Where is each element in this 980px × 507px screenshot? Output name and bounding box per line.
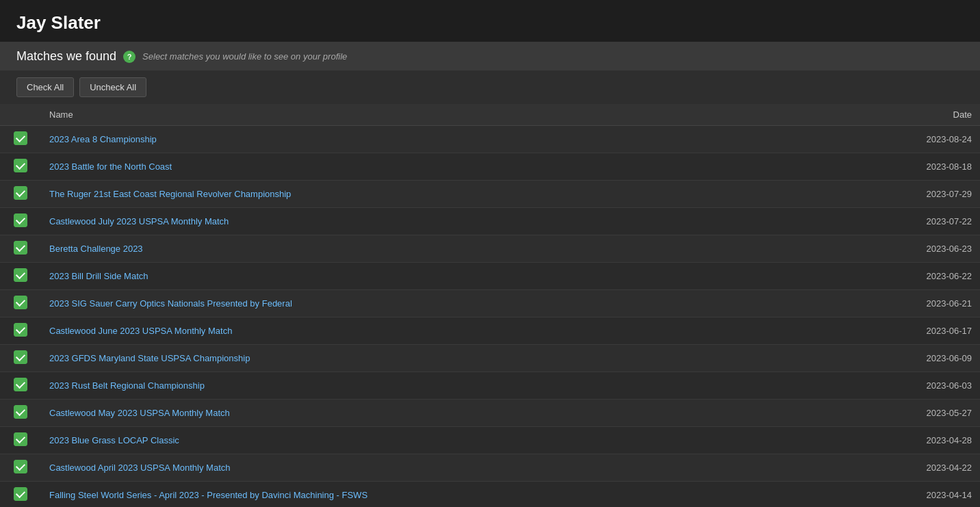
match-name-link[interactable]: Falling Steel World Series - April 2023 …: [49, 490, 368, 500]
match-name-link[interactable]: Castlewood June 2023 USPSA Monthly Match: [49, 326, 232, 336]
row-name-cell: Castlewood May 2023 USPSA Monthly Match: [41, 400, 884, 427]
row-date-cell: 2023-08-24: [884, 126, 980, 153]
checkbox-checked[interactable]: [14, 159, 27, 172]
col-header-name: Name: [41, 104, 884, 126]
matches-header: Matches we found ? Select matches you wo…: [0, 42, 980, 70]
match-name-link[interactable]: 2023 GFDS Maryland State USPSA Champions…: [49, 353, 250, 363]
page-header: Jay Slater: [0, 0, 980, 42]
row-name-cell: Castlewood July 2023 USPSA Monthly Match: [41, 208, 884, 235]
table-row: Beretta Challenge 20232023-06-23: [0, 235, 980, 263]
row-checkbox-cell[interactable]: [0, 427, 41, 454]
row-checkbox-cell[interactable]: [0, 482, 41, 508]
row-name-cell: 2023 Battle for the North Coast: [41, 153, 884, 181]
table-row: 2023 Blue Grass LOCAP Classic2023-04-28: [0, 427, 980, 454]
col-header-date: Date: [884, 104, 980, 126]
row-checkbox-cell[interactable]: [0, 208, 41, 235]
row-name-cell: 2023 SIG Sauer Carry Optics Nationals Pr…: [41, 290, 884, 317]
matches-header-title: Matches we found: [16, 49, 116, 64]
checkbox-checked[interactable]: [14, 460, 27, 473]
controls-bar: Check All Uncheck All: [0, 70, 980, 104]
row-date-cell: 2023-04-22: [884, 454, 980, 482]
row-checkbox-cell[interactable]: [0, 317, 41, 345]
help-icon[interactable]: ?: [123, 51, 136, 63]
checkbox-checked[interactable]: [14, 323, 27, 337]
table-row: Falling Steel World Series - April 2023 …: [0, 482, 980, 508]
row-name-cell: 2023 GFDS Maryland State USPSA Champions…: [41, 345, 884, 372]
row-checkbox-cell[interactable]: [0, 290, 41, 317]
matches-tbody: 2023 Area 8 Championship2023-08-242023 B…: [0, 126, 980, 508]
checkbox-checked[interactable]: [14, 487, 27, 501]
row-checkbox-cell[interactable]: [0, 400, 41, 427]
row-checkbox-cell[interactable]: [0, 126, 41, 153]
table-header: Name Date: [0, 104, 980, 126]
row-name-cell: Castlewood June 2023 USPSA Monthly Match: [41, 317, 884, 345]
row-date-cell: 2023-06-03: [884, 372, 980, 400]
row-date-cell: 2023-04-28: [884, 427, 980, 454]
match-name-link[interactable]: Castlewood May 2023 USPSA Monthly Match: [49, 408, 230, 418]
row-date-cell: 2023-06-17: [884, 317, 980, 345]
checkbox-checked[interactable]: [14, 405, 27, 419]
row-date-cell: 2023-06-22: [884, 263, 980, 290]
row-name-cell: Beretta Challenge 2023: [41, 235, 884, 263]
row-date-cell: 2023-06-23: [884, 235, 980, 263]
checkbox-checked[interactable]: [14, 213, 27, 227]
uncheck-all-button[interactable]: Uncheck All: [79, 77, 146, 97]
check-all-button[interactable]: Check All: [16, 77, 74, 97]
checkbox-checked[interactable]: [14, 268, 27, 282]
checkbox-checked[interactable]: [14, 378, 27, 391]
matches-subtitle: Select matches you would like to see on …: [142, 51, 347, 62]
row-checkbox-cell[interactable]: [0, 345, 41, 372]
match-name-link[interactable]: Castlewood April 2023 USPSA Monthly Matc…: [49, 463, 230, 473]
match-name-link[interactable]: 2023 Rust Belt Regional Championship: [49, 380, 205, 391]
row-date-cell: 2023-07-29: [884, 181, 980, 208]
match-name-link[interactable]: Beretta Challenge 2023: [49, 244, 143, 254]
table-row: 2023 Rust Belt Regional Championship2023…: [0, 372, 980, 400]
match-name-link[interactable]: The Ruger 21st East Coast Regional Revol…: [49, 189, 291, 199]
row-checkbox-cell[interactable]: [0, 235, 41, 263]
row-name-cell: The Ruger 21st East Coast Regional Revol…: [41, 181, 884, 208]
row-name-cell: 2023 Bill Drill Side Match: [41, 263, 884, 290]
match-name-link[interactable]: 2023 SIG Sauer Carry Optics Nationals Pr…: [49, 298, 292, 309]
matches-table: Name Date 2023 Area 8 Championship2023-0…: [0, 104, 980, 507]
table-row: 2023 Battle for the North Coast2023-08-1…: [0, 153, 980, 181]
col-header-checkbox: [0, 104, 41, 126]
checkbox-checked[interactable]: [14, 186, 27, 200]
table-row: Castlewood July 2023 USPSA Monthly Match…: [0, 208, 980, 235]
table-row: Castlewood May 2023 USPSA Monthly Match2…: [0, 400, 980, 427]
checkbox-checked[interactable]: [14, 131, 27, 145]
table-row: 2023 GFDS Maryland State USPSA Champions…: [0, 345, 980, 372]
table-row: 2023 SIG Sauer Carry Optics Nationals Pr…: [0, 290, 980, 317]
row-name-cell: 2023 Area 8 Championship: [41, 126, 884, 153]
row-checkbox-cell[interactable]: [0, 263, 41, 290]
checkbox-checked[interactable]: [14, 432, 27, 446]
matches-section: Matches we found ? Select matches you wo…: [0, 42, 980, 507]
row-date-cell: 2023-06-21: [884, 290, 980, 317]
row-checkbox-cell[interactable]: [0, 454, 41, 482]
table-row: Castlewood April 2023 USPSA Monthly Matc…: [0, 454, 980, 482]
row-name-cell: Falling Steel World Series - April 2023 …: [41, 482, 884, 508]
match-name-link[interactable]: 2023 Battle for the North Coast: [49, 161, 172, 172]
row-date-cell: 2023-08-18: [884, 153, 980, 181]
match-name-link[interactable]: 2023 Bill Drill Side Match: [49, 271, 149, 281]
page-title: Jay Slater: [16, 12, 964, 34]
checkbox-checked[interactable]: [14, 350, 27, 364]
row-checkbox-cell[interactable]: [0, 372, 41, 400]
table-row: 2023 Area 8 Championship2023-08-24: [0, 126, 980, 153]
row-checkbox-cell[interactable]: [0, 153, 41, 181]
row-date-cell: 2023-06-09: [884, 345, 980, 372]
row-date-cell: 2023-07-22: [884, 208, 980, 235]
row-name-cell: 2023 Rust Belt Regional Championship: [41, 372, 884, 400]
row-date-cell: 2023-05-27: [884, 400, 980, 427]
checkbox-checked[interactable]: [14, 241, 27, 255]
row-date-cell: 2023-04-14: [884, 482, 980, 508]
row-name-cell: Castlewood April 2023 USPSA Monthly Matc…: [41, 454, 884, 482]
match-name-link[interactable]: 2023 Blue Grass LOCAP Classic: [49, 435, 179, 445]
match-name-link[interactable]: Castlewood July 2023 USPSA Monthly Match: [49, 216, 229, 226]
match-name-link[interactable]: 2023 Area 8 Championship: [49, 134, 157, 144]
table-row: The Ruger 21st East Coast Regional Revol…: [0, 181, 980, 208]
checkbox-checked[interactable]: [14, 296, 27, 309]
row-name-cell: 2023 Blue Grass LOCAP Classic: [41, 427, 884, 454]
row-checkbox-cell[interactable]: [0, 181, 41, 208]
table-row: Castlewood June 2023 USPSA Monthly Match…: [0, 317, 980, 345]
table-row: 2023 Bill Drill Side Match2023-06-22: [0, 263, 980, 290]
